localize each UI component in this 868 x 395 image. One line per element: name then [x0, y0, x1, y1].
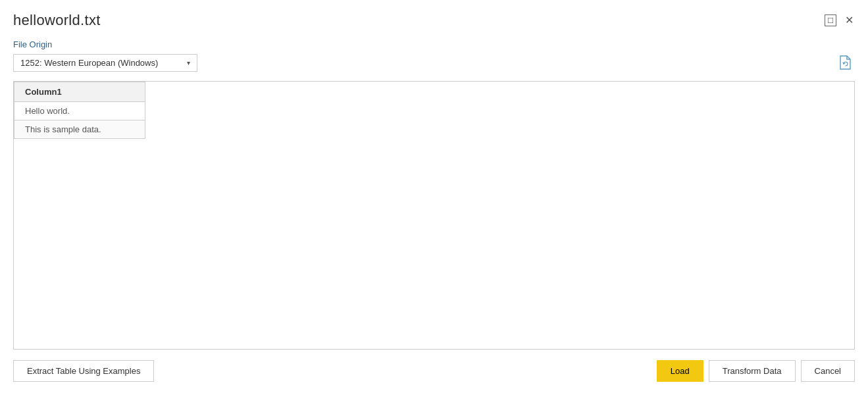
table-row: Hello world. — [14, 102, 145, 120]
window-controls: ☐ ✕ — [825, 12, 855, 26]
footer-left: Extract Table Using Examples — [13, 360, 154, 382]
transform-data-button[interactable]: Transform Data — [709, 360, 796, 382]
maximize-button[interactable]: ☐ — [825, 14, 836, 26]
column1-header: Column1 — [14, 82, 145, 102]
file-origin-select-value: 1252: Western European (Windows) — [20, 58, 180, 68]
data-table-container: Column1 Hello world.This is sample data. — [13, 81, 855, 350]
footer-right: Load Transform Data Cancel — [657, 360, 855, 382]
load-button[interactable]: Load — [657, 360, 703, 382]
data-table: Column1 Hello world.This is sample data. — [14, 82, 145, 139]
close-button[interactable]: ✕ — [843, 14, 855, 26]
main-content: File Origin 1252: Western European (Wind… — [0, 29, 868, 360]
table-cell: Hello world. — [14, 102, 145, 120]
file-origin-label: File Origin — [13, 40, 855, 49]
title-bar: helloworld.txt ☐ ✕ — [0, 0, 868, 29]
table-cell: This is sample data. — [14, 120, 145, 139]
main-window: helloworld.txt ☐ ✕ File Origin 1252: Wes… — [0, 0, 868, 395]
window-title: helloworld.txt — [13, 12, 101, 29]
extract-table-button[interactable]: Extract Table Using Examples — [13, 360, 154, 382]
file-origin-select[interactable]: 1252: Western European (Windows) ▾ — [13, 54, 197, 72]
table-row: This is sample data. — [14, 120, 145, 139]
cancel-button[interactable]: Cancel — [801, 360, 855, 382]
file-settings-button[interactable] — [836, 53, 855, 72]
close-icon: ✕ — [845, 15, 854, 26]
file-origin-row: 1252: Western European (Windows) ▾ — [13, 53, 855, 72]
maximize-icon: ☐ — [827, 17, 834, 24]
table-header-row: Column1 — [14, 82, 145, 102]
chevron-down-icon: ▾ — [187, 59, 190, 66]
file-refresh-icon — [838, 55, 853, 70]
footer: Extract Table Using Examples Load Transf… — [0, 360, 868, 395]
